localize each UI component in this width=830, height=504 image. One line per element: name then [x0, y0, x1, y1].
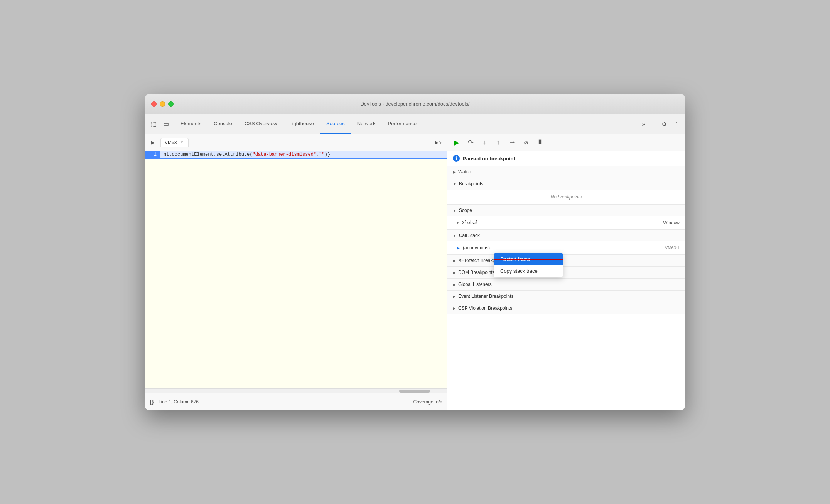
watch-arrow: ▶: [453, 170, 456, 174]
status-bar-right: Coverage: n/a: [413, 399, 442, 405]
step-into-button[interactable]: ↓: [478, 136, 491, 149]
dom-breakpoints-section: ▶ DOM Breakpoints: [447, 267, 685, 279]
maximize-button[interactable]: [168, 101, 174, 107]
paused-banner: ℹ Paused on breakpoint: [447, 151, 685, 166]
scope-label: Scope: [459, 208, 472, 213]
xhr-breakpoints-section: ▶ XHR/fetch Breakpoints: [447, 255, 685, 267]
devtools-window: DevTools - developer.chrome.com/docs/dev…: [145, 94, 685, 410]
file-tab-vm63[interactable]: VM63 ×: [160, 138, 189, 147]
dom-breakpoints-label: DOM Breakpoints: [458, 270, 495, 275]
global-listeners-section: ▶ Global Listeners: [447, 279, 685, 291]
restart-frame-label: Restart frame: [500, 256, 531, 262]
tab-elements[interactable]: Elements: [174, 114, 208, 134]
paused-icon: ℹ: [453, 155, 460, 162]
context-menu: Restart frame Copy stack trace: [494, 253, 563, 277]
devtools-body: ⬚ ▭ Elements Console CSS Overview Lighth…: [145, 114, 685, 410]
resume-button[interactable]: ▶: [450, 136, 463, 149]
deactivate-breakpoints-button[interactable]: ⊘: [520, 136, 532, 149]
watch-section-header[interactable]: ▶ Watch: [447, 166, 685, 178]
coverage-status: Coverage: n/a: [413, 399, 442, 405]
call-stack-label: Call Stack: [459, 233, 480, 238]
context-menu-item-restart-frame[interactable]: Restart frame: [494, 253, 563, 265]
play-icon[interactable]: ▶: [148, 138, 157, 147]
event-listener-breakpoints-label: Event Listener Breakpoints: [458, 294, 513, 299]
paused-text: Paused on breakpoint: [463, 156, 515, 161]
play-snippet-button[interactable]: ▶▷: [433, 137, 444, 148]
global-listeners-header[interactable]: ▶ Global Listeners: [447, 279, 685, 290]
global-item[interactable]: ▶ Global Window: [447, 218, 685, 228]
main-content: ▶ VM63 × ▶▷ 1 nt.documentElement.setAttr…: [145, 134, 685, 410]
tab-bar-icons: ⬚ ▭: [148, 119, 171, 129]
scrollbar-thumb[interactable]: [399, 390, 430, 393]
tab-bar: ⬚ ▭ Elements Console CSS Overview Lighth…: [145, 114, 685, 134]
tab-bar-end: » ⚙ ⋮: [638, 119, 682, 129]
step-over-button[interactable]: ↷: [464, 136, 477, 149]
breakpoints-arrow: ▼: [453, 182, 457, 186]
title-bar: DevTools - developer.chrome.com/docs/dev…: [145, 94, 685, 114]
traffic-lights: [151, 101, 174, 107]
call-stack-item-anonymous[interactable]: ▶ (anonymous) VM63:1: [447, 243, 685, 253]
tab-console[interactable]: Console: [208, 114, 238, 134]
tab-lighthouse[interactable]: Lighthouse: [283, 114, 320, 134]
code-text-plain: nt.documentElement.setAttribute(: [164, 152, 252, 157]
tab-css-overview[interactable]: CSS Overview: [238, 114, 283, 134]
step-button[interactable]: →: [506, 136, 518, 149]
status-bar-left: {} Line 1, Column 676: [150, 399, 199, 405]
dom-breakpoints-header[interactable]: ▶ DOM Breakpoints: [447, 267, 685, 278]
call-stack-section: ▼ Call Stack ▶ (anonymous) VM63:1: [447, 230, 685, 255]
window-title: DevTools - developer.chrome.com/docs/dev…: [360, 101, 469, 107]
global-listeners-arrow: ▶: [453, 282, 456, 287]
breakpoints-section-header[interactable]: ▼ Breakpoints: [447, 178, 685, 190]
format-button[interactable]: {}: [150, 399, 154, 405]
code-line-1: 1 nt.documentElement.setAttribute("data-…: [145, 151, 447, 159]
scope-section-header[interactable]: ▼ Scope: [447, 205, 685, 216]
scope-content: ▶ Global Window: [447, 216, 685, 229]
csp-violation-breakpoints-arrow: ▶: [453, 306, 456, 311]
close-button[interactable]: [151, 101, 157, 107]
copy-stack-trace-label: Copy stack trace: [500, 268, 538, 274]
call-stack-item-arrow: ▶: [457, 246, 460, 250]
line-number-1: 1: [145, 151, 160, 157]
more-tabs-button[interactable]: »: [638, 119, 649, 129]
event-listener-breakpoints-section: ▶ Event Listener Breakpoints: [447, 291, 685, 302]
call-stack-content: ▶ (anonymous) VM63:1: [447, 241, 685, 254]
breakpoints-section: ▼ Breakpoints No breakpoints: [447, 178, 685, 205]
step-out-button[interactable]: ↑: [492, 136, 504, 149]
xhr-breakpoints-arrow: ▶: [453, 259, 456, 263]
call-stack-header[interactable]: ▼ Call Stack: [447, 230, 685, 241]
device-icon[interactable]: ▭: [160, 119, 171, 129]
dom-breakpoints-arrow: ▶: [453, 270, 456, 275]
debugger-sections: ℹ Paused on breakpoint ▶ Watch ▼: [447, 151, 685, 410]
scope-arrow: ▼: [453, 208, 457, 213]
csp-violation-breakpoints-header[interactable]: ▶ CSP Violation Breakpoints: [447, 302, 685, 314]
tab-sources[interactable]: Sources: [320, 114, 351, 134]
context-menu-item-copy-stack-trace[interactable]: Copy stack trace: [494, 265, 563, 277]
file-tab-bar-end: ▶▷: [433, 137, 444, 148]
editor-scrollbar[interactable]: [145, 388, 447, 393]
call-stack-item-name: (anonymous): [463, 245, 662, 250]
global-listeners-label: Global Listeners: [458, 282, 492, 287]
code-editor[interactable]: 1 nt.documentElement.setAttribute("data-…: [145, 151, 447, 388]
tab-network[interactable]: Network: [351, 114, 382, 134]
file-tab-close[interactable]: ×: [179, 140, 184, 145]
scope-section: ▼ Scope ▶ Global Window: [447, 205, 685, 230]
call-stack-item-location: VM63:1: [665, 245, 680, 250]
status-bar: {} Line 1, Column 676 Coverage: n/a: [145, 393, 447, 410]
pause-on-exception-button[interactable]: ⏸: [534, 136, 546, 149]
global-arrow: ▶: [457, 221, 459, 225]
watch-label: Watch: [458, 169, 471, 175]
debugger-toolbar: ▶ ↷ ↓ ↑ → ⊘ ⏸: [447, 134, 685, 151]
watch-section: ▶ Watch: [447, 166, 685, 178]
line-code-1: nt.documentElement.setAttribute("data-ba…: [160, 151, 447, 158]
tab-performance[interactable]: Performance: [381, 114, 422, 134]
minimize-button[interactable]: [160, 101, 165, 107]
call-stack-arrow: ▼: [453, 234, 457, 238]
event-listener-breakpoints-header[interactable]: ▶ Event Listener Breakpoints: [447, 291, 685, 302]
file-tab-bar: ▶ VM63 × ▶▷: [145, 134, 447, 151]
cursor-icon[interactable]: ⬚: [148, 119, 159, 129]
global-name: Global: [462, 220, 478, 225]
breakpoints-content: No breakpoints: [447, 190, 685, 204]
settings-button[interactable]: ⚙: [659, 119, 670, 129]
xhr-breakpoints-header[interactable]: ▶ XHR/fetch Breakpoints: [447, 255, 685, 266]
more-options-button[interactable]: ⋮: [671, 119, 682, 129]
